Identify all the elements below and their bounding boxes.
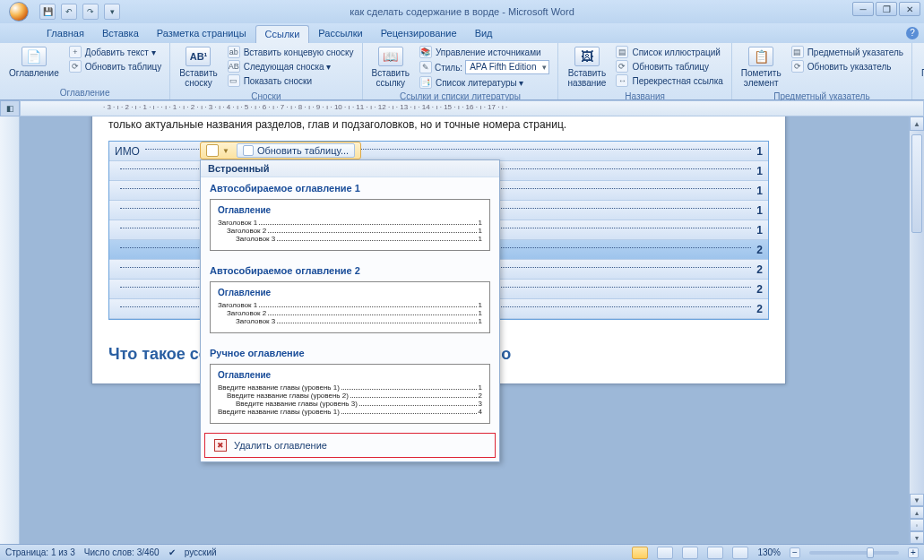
next-page-button[interactable]: ▾: [910, 531, 924, 544]
toc-control-handle[interactable]: ▼ Обновить таблицу...: [200, 142, 361, 159]
gallery-item-preview[interactable]: ОглавлениеЗаголовок 11Заголовок 21Заголо…: [210, 281, 490, 333]
browse-object-button[interactable]: ◦: [910, 519, 924, 531]
qat-redo[interactable]: ↷: [82, 4, 99, 20]
zoom-knob[interactable]: [867, 547, 874, 558]
qat-undo[interactable]: ↶: [61, 4, 77, 20]
group-index: 📋 Пометить элемент ▤Предметный указатель…: [732, 43, 912, 99]
qat-customize[interactable]: ▾: [104, 4, 120, 20]
insert-citation-button[interactable]: 📖 Вставить ссылку: [368, 45, 413, 90]
insert-caption-button[interactable]: 🖼 Вставить название: [564, 45, 609, 90]
status-language[interactable]: русский: [185, 547, 217, 557]
zoom-in-button[interactable]: +: [908, 547, 919, 558]
next-footnote-button[interactable]: ABСледующая сноска ▾: [225, 59, 357, 73]
remove-toc-item[interactable]: ✖ Удалить оглавление: [204, 433, 496, 458]
update-captions-button[interactable]: ⟳Обновить таблицу: [613, 59, 725, 73]
toc-icon: 📄: [22, 47, 47, 66]
tab-5[interactable]: Рецензирование: [372, 25, 466, 43]
insert-endnote-button[interactable]: abВставить концевую сноску: [225, 45, 357, 59]
sources-icon: 📚: [419, 46, 432, 58]
tab-4[interactable]: Рассылки: [309, 25, 371, 43]
scroll-thumb[interactable]: [911, 134, 922, 233]
ruler-corner[interactable]: ◧: [0, 100, 20, 116]
mark-citation-button[interactable]: 📄 Пометить ссылку: [918, 45, 924, 90]
figures-list-button[interactable]: ▤Список иллюстраций: [613, 45, 725, 59]
style-value[interactable]: APA Fifth Edition: [465, 60, 549, 74]
view-full-screen[interactable]: [657, 547, 673, 559]
gallery-section-header: Встроенный: [201, 160, 499, 177]
group-authorities: 📄 Пометить ссылку Таблица ссылок: [912, 43, 924, 99]
view-draft[interactable]: [732, 547, 748, 559]
scroll-down-button[interactable]: ▼: [910, 494, 924, 506]
window-title: как сделать содержание в ворде - Microso…: [0, 6, 924, 17]
status-proofing-icon[interactable]: ✔: [168, 547, 176, 557]
update-toc-button[interactable]: Обновить таблицу...: [237, 143, 355, 158]
bibliography-button[interactable]: 📑Список литературы ▾: [417, 75, 553, 90]
toc-handle-icon: [206, 144, 219, 157]
window-close[interactable]: ✕: [899, 2, 920, 16]
zoom-level[interactable]: 130%: [757, 547, 781, 557]
gallery-item-preview[interactable]: ОглавлениеЗаголовок 11Заголовок 21Заголо…: [210, 199, 490, 251]
view-web-layout[interactable]: [682, 547, 698, 559]
show-footnotes-button[interactable]: ▭Показать сноски: [225, 73, 357, 88]
biblio-icon: 📑: [419, 76, 432, 89]
vertical-ruler[interactable]: [0, 116, 20, 544]
gallery-item-preview[interactable]: ОглавлениеВведите название главы (уровен…: [210, 364, 490, 424]
cross-ref-button[interactable]: ↔Перекрестная ссылка: [613, 73, 725, 88]
toc-gallery: Встроенный Автособираемое оглавление 1Ог…: [200, 159, 500, 462]
quick-access-toolbar: 💾 ↶ ↷ ▾: [39, 4, 120, 20]
ribbon: 📄 Оглавление +Добавить текст ▾ ⟳Обновить…: [0, 43, 924, 100]
help-icon[interactable]: ?: [906, 27, 919, 39]
update-index-button[interactable]: ⟳Обновить указатель: [789, 59, 906, 73]
endnote-icon: ab: [228, 46, 240, 58]
plus-icon: +: [69, 46, 82, 58]
window-restore[interactable]: ❐: [876, 2, 897, 16]
gallery-item-title[interactable]: Автособираемое оглавление 1: [201, 177, 499, 197]
refresh-icon: ⟳: [616, 60, 628, 73]
title-bar: 💾 ↶ ↷ ▾ как сделать содержание в ворде -…: [0, 0, 924, 23]
ribbon-tabs: ГлавнаяВставкаРазметка страницыСсылкиРас…: [0, 23, 924, 43]
qat-save[interactable]: 💾: [39, 4, 56, 20]
office-button[interactable]: [4, 0, 34, 23]
group-captions: 🖼 Вставить название ▤Список иллюстраций …: [558, 43, 731, 99]
prev-page-button[interactable]: ▴: [910, 506, 924, 519]
status-bar: Страница: 1 из 3 Число слов: 3/460 ✔ рус…: [0, 544, 924, 560]
add-text-button[interactable]: +Добавить текст ▾: [66, 45, 165, 59]
delete-icon: ✖: [214, 439, 227, 452]
document-area: только актуальные названия разделов, гла…: [0, 116, 924, 544]
gallery-item-title[interactable]: Ручное оглавление: [201, 342, 499, 362]
body-paragraph[interactable]: только актуальные названия разделов, гла…: [108, 117, 769, 132]
scroll-up-button[interactable]: ▲: [910, 116, 924, 131]
vertical-scrollbar[interactable]: ▲ ▼ ▴ ◦ ▾: [909, 116, 924, 544]
status-page[interactable]: Страница: 1 из 3: [5, 547, 75, 557]
show-icon: ▭: [228, 74, 240, 87]
group-toc: 📄 Оглавление +Добавить текст ▾ ⟳Обновить…: [0, 43, 170, 99]
view-print-layout[interactable]: [632, 547, 648, 559]
tab-3[interactable]: Ссылки: [255, 25, 310, 43]
tab-0[interactable]: Главная: [38, 25, 93, 43]
refresh-icon: ⟳: [791, 60, 804, 73]
manage-sources-button[interactable]: 📚Управление источниками: [417, 45, 553, 59]
horizontal-ruler[interactable]: · 3 · ı · 2 · ı · 1 · ı · · ı · 1 · ı · …: [20, 100, 924, 116]
list-icon: ▤: [616, 46, 628, 58]
group-footnotes: AB¹ Вставить сноску abВставить концевую …: [170, 43, 362, 99]
citation-style-combo[interactable]: ✎ Стиль: APA Fifth Edition: [417, 59, 553, 75]
citation-icon: 📖: [378, 47, 403, 66]
zoom-slider[interactable]: [809, 551, 899, 555]
index-button[interactable]: ▤Предметный указатель: [789, 45, 906, 59]
view-outline[interactable]: [707, 547, 723, 559]
toc-button[interactable]: 📄 Оглавление: [5, 45, 63, 80]
office-orb-icon: [9, 2, 29, 22]
index-icon: ▤: [791, 46, 804, 58]
tab-6[interactable]: Вид: [466, 25, 502, 43]
insert-footnote-button[interactable]: AB¹ Вставить сноску: [176, 45, 220, 90]
refresh-icon: [243, 145, 254, 156]
window-minimize[interactable]: ─: [852, 2, 874, 16]
gallery-item-title[interactable]: Автособираемое оглавление 2: [201, 260, 499, 280]
tab-2[interactable]: Разметка страницы: [148, 25, 255, 43]
tab-1[interactable]: Вставка: [93, 25, 148, 43]
zoom-out-button[interactable]: −: [790, 547, 800, 558]
next-icon: AB: [228, 60, 240, 73]
status-words[interactable]: Число слов: 3/460: [84, 547, 160, 557]
mark-entry-button[interactable]: 📋 Пометить элемент: [738, 45, 785, 90]
update-table-button[interactable]: ⟳Обновить таблицу: [66, 59, 165, 73]
